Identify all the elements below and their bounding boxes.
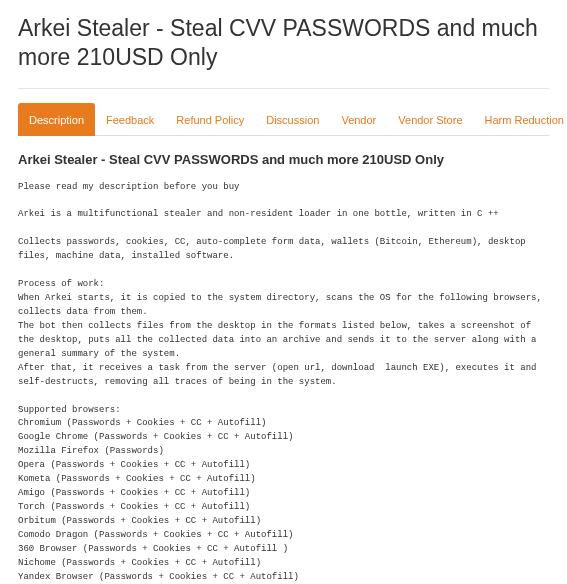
tabs-bar: Description Feedback Refund Policy Discu… — [18, 103, 549, 136]
tab-discussion[interactable]: Discussion — [255, 103, 330, 136]
content-body: Please read my description before you bu… — [18, 181, 549, 585]
tab-description[interactable]: Description — [18, 103, 95, 136]
tab-feedback[interactable]: Feedback — [95, 103, 165, 136]
content-heading: Arkei Stealer - Steal CVV PASSWORDS and … — [18, 152, 549, 167]
tab-vendor-store[interactable]: Vendor Store — [387, 103, 473, 136]
tab-refund-policy[interactable]: Refund Policy — [165, 103, 255, 136]
page-title: Arkei Stealer - Steal CVV PASSWORDS and … — [18, 14, 549, 72]
divider — [18, 88, 549, 89]
tab-content: Arkei Stealer - Steal CVV PASSWORDS and … — [18, 136, 549, 585]
tab-harm-reduction-reviews[interactable]: Harm Reduction Reviews — [474, 103, 568, 136]
tab-vendor[interactable]: Vendor — [330, 103, 387, 136]
